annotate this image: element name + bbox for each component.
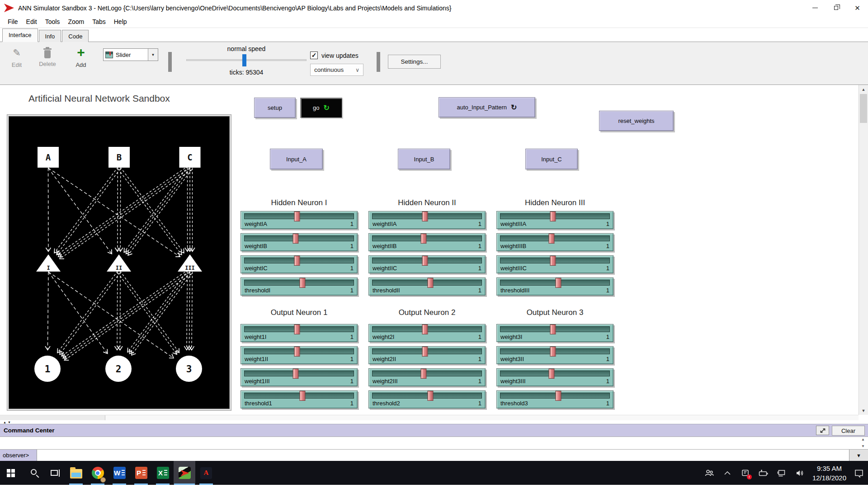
slider-handle[interactable] bbox=[427, 278, 433, 288]
restore-button[interactable] bbox=[826, 0, 847, 16]
reset-weights-button[interactable]: reset_weights bbox=[599, 111, 674, 131]
slider-handle[interactable] bbox=[550, 211, 556, 221]
setup-button[interactable]: setup bbox=[254, 98, 296, 118]
security-notification-icon[interactable]: ! bbox=[736, 461, 755, 485]
slider-weightIB[interactable]: weightIB1 bbox=[241, 233, 358, 251]
slider-track[interactable] bbox=[244, 393, 354, 399]
slider-track[interactable] bbox=[372, 393, 482, 399]
slider-handle[interactable] bbox=[550, 347, 556, 357]
volume-icon[interactable] bbox=[791, 461, 809, 485]
slider-weightIIB[interactable]: weightIIB1 bbox=[368, 233, 486, 251]
slider-weight1II[interactable]: weight1II1 bbox=[241, 346, 358, 364]
slider-handle[interactable] bbox=[421, 234, 427, 244]
slider-track[interactable] bbox=[244, 213, 354, 219]
scrollbar-thumb[interactable] bbox=[0, 415, 105, 420]
auto-input-pattern-button[interactable]: auto_Input_Pattern ↻ bbox=[439, 97, 535, 117]
expand-command-center-button[interactable] bbox=[816, 426, 829, 435]
slider-handle[interactable] bbox=[299, 391, 305, 401]
world-view[interactable]: ABCIIIIII123 bbox=[9, 116, 230, 409]
menu-edit[interactable]: Edit bbox=[22, 18, 41, 25]
minimize-button[interactable] bbox=[804, 0, 826, 16]
taskbar-file-explorer[interactable] bbox=[65, 461, 87, 485]
slider-weightIIIA[interactable]: weightIIIA1 bbox=[496, 211, 613, 229]
menu-help[interactable]: Help bbox=[110, 18, 131, 25]
slider-handle[interactable] bbox=[422, 256, 428, 266]
clear-button[interactable]: Clear bbox=[832, 426, 865, 436]
speed-slider-handle[interactable] bbox=[242, 54, 246, 66]
command-center-splitter[interactable]: ▲ ▼ bbox=[0, 420, 868, 424]
scrollbar-thumb[interactable] bbox=[860, 94, 867, 123]
tab-interface[interactable]: Interface bbox=[2, 28, 38, 42]
taskbar-acrobat[interactable]: A bbox=[195, 461, 217, 485]
slider-threshold2[interactable]: threshold21 bbox=[368, 390, 486, 408]
slider-thresholdI[interactable]: thresholdI1 bbox=[241, 277, 358, 296]
slider-handle[interactable] bbox=[293, 369, 299, 379]
slider-track[interactable] bbox=[500, 258, 610, 263]
slider-handle[interactable] bbox=[294, 211, 300, 221]
start-button[interactable] bbox=[0, 461, 22, 485]
slider-track[interactable] bbox=[244, 235, 354, 241]
slider-threshold3[interactable]: threshold31 bbox=[496, 390, 613, 408]
slider-track[interactable] bbox=[372, 213, 482, 219]
battery-icon[interactable] bbox=[755, 461, 773, 485]
search-button[interactable] bbox=[22, 461, 43, 485]
slider-track[interactable] bbox=[500, 393, 610, 399]
taskbar-chrome[interactable] bbox=[87, 461, 108, 485]
slider-handle[interactable] bbox=[422, 211, 428, 221]
menu-tabs[interactable]: Tabs bbox=[88, 18, 110, 25]
output-scrollbar[interactable]: ▲▼ bbox=[859, 437, 867, 449]
chevron-down-icon[interactable]: ▼ bbox=[148, 49, 158, 61]
task-view-button[interactable] bbox=[43, 461, 65, 485]
slider-track[interactable] bbox=[500, 348, 610, 354]
tab-code[interactable]: Code bbox=[62, 30, 89, 42]
add-widget-button[interactable]: + Add bbox=[67, 47, 95, 68]
slider-weightIIC[interactable]: weightIIC1 bbox=[368, 255, 486, 273]
slider-handle[interactable] bbox=[427, 391, 433, 401]
horizontal-scrollbar[interactable] bbox=[0, 415, 859, 420]
splitter-down-icon[interactable]: ▼ bbox=[8, 421, 11, 424]
taskbar-word[interactable]: W bbox=[108, 461, 130, 485]
slider-weightIIA[interactable]: weightIIA1 bbox=[368, 211, 486, 229]
slider-track[interactable] bbox=[244, 280, 354, 286]
slider-track[interactable] bbox=[500, 213, 610, 219]
slider-handle[interactable] bbox=[549, 234, 555, 244]
slider-handle[interactable] bbox=[421, 369, 427, 379]
slider-track[interactable] bbox=[372, 326, 482, 332]
slider-track[interactable] bbox=[500, 326, 610, 332]
slider-handle[interactable] bbox=[299, 278, 305, 288]
slider-handle[interactable] bbox=[294, 347, 300, 357]
slider-weight1III[interactable]: weight1III1 bbox=[241, 368, 358, 386]
slider-track[interactable] bbox=[372, 348, 482, 354]
settings-button[interactable]: Settings... bbox=[388, 55, 441, 69]
menu-tools[interactable]: Tools bbox=[41, 18, 64, 25]
close-button[interactable]: ✕ bbox=[847, 0, 868, 16]
network-icon[interactable] bbox=[773, 461, 791, 485]
slider-track[interactable] bbox=[244, 258, 354, 263]
splitter-up-icon[interactable]: ▲ bbox=[3, 421, 6, 424]
slider-track[interactable] bbox=[372, 235, 482, 241]
slider-thresholdII[interactable]: thresholdII1 bbox=[368, 277, 486, 296]
menu-file[interactable]: File bbox=[4, 18, 22, 25]
slider-handle[interactable] bbox=[550, 324, 556, 334]
speed-slider[interactable] bbox=[181, 53, 312, 67]
slider-weightIA[interactable]: weightIA1 bbox=[241, 211, 358, 229]
delete-widget-button[interactable]: Delete bbox=[33, 47, 61, 67]
input-c-button[interactable]: Input_C bbox=[525, 149, 578, 169]
slider-weight3II[interactable]: weight3II1 bbox=[496, 346, 613, 364]
slider-weightIC[interactable]: weightIC1 bbox=[241, 255, 358, 273]
input-a-button[interactable]: Input_A bbox=[270, 149, 323, 169]
update-mode-dropdown[interactable]: continuous ∨ bbox=[310, 64, 363, 76]
slider-weightIIIB[interactable]: weightIIIB1 bbox=[496, 233, 613, 251]
slider-handle[interactable] bbox=[555, 278, 561, 288]
slider-thresholdIII[interactable]: thresholdIII1 bbox=[496, 277, 613, 296]
slider-handle[interactable] bbox=[294, 256, 300, 266]
slider-track[interactable] bbox=[244, 326, 354, 332]
slider-track[interactable] bbox=[244, 371, 354, 376]
slider-track[interactable] bbox=[244, 348, 354, 354]
chevron-up-icon[interactable] bbox=[718, 461, 736, 485]
slider-handle[interactable] bbox=[293, 234, 299, 244]
slider-track[interactable] bbox=[372, 258, 482, 263]
command-input[interactable] bbox=[37, 450, 849, 461]
slider-handle[interactable] bbox=[549, 369, 555, 379]
menu-zoom[interactable]: Zoom bbox=[64, 18, 88, 25]
